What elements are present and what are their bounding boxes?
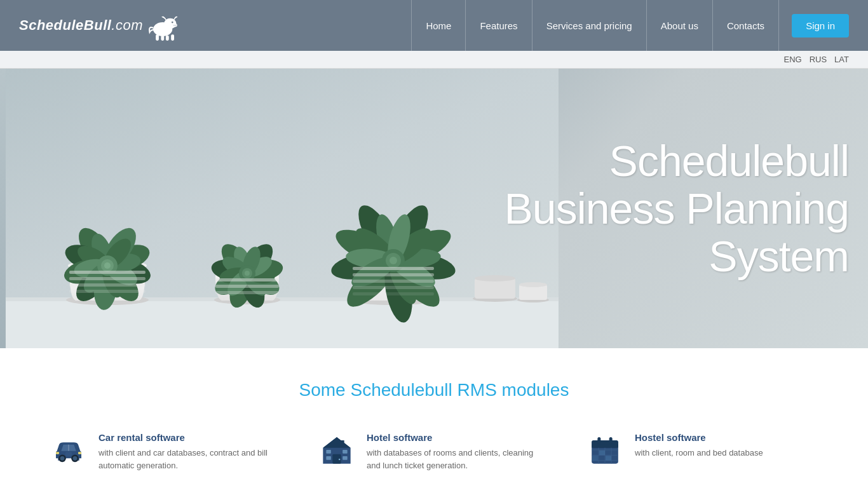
svg-rect-86	[69, 283, 146, 287]
svg-rect-10	[6, 297, 559, 348]
nav-contacts[interactable]: Contacts	[712, 0, 779, 51]
module-hotel: Hotel software with databases of rooms a…	[319, 432, 549, 471]
svg-rect-84	[69, 271, 146, 274]
hotel-info: Hotel software with databases of rooms a…	[367, 432, 549, 471]
svg-rect-107	[56, 452, 59, 454]
hero-title-line2: Business Planning	[505, 185, 849, 233]
hero-title-line3: System	[505, 232, 849, 280]
svg-marker-111	[323, 437, 350, 448]
nav-features[interactable]: Features	[465, 0, 531, 51]
svg-rect-3	[161, 35, 164, 40]
svg-point-7	[173, 24, 177, 27]
svg-rect-85	[69, 277, 146, 280]
svg-rect-115	[326, 456, 331, 460]
car-rental-desc: with client and car databases, contract …	[98, 447, 281, 471]
logo-text: ScheduleBull.com	[19, 17, 143, 34]
svg-rect-88	[215, 278, 279, 281]
lang-rus[interactable]: RUS	[810, 55, 827, 64]
svg-rect-122	[597, 437, 600, 444]
hero-section: Schedulebull Business Planning System	[0, 69, 868, 348]
svg-rect-108	[78, 452, 81, 454]
svg-rect-94	[353, 286, 434, 289]
svg-rect-4	[166, 35, 169, 40]
svg-rect-87	[69, 290, 146, 293]
header: ScheduleBull.com	[0, 0, 868, 51]
nav-services-pricing[interactable]: Services and pricing	[532, 0, 646, 51]
svg-point-9	[175, 25, 176, 25]
svg-point-104	[60, 456, 64, 461]
modules-section: Some Schedulebull RMS modules	[0, 348, 868, 488]
module-car-rental: Car rental software with client and car …	[51, 432, 281, 471]
svg-rect-116	[342, 456, 348, 460]
hotel-name: Hotel software	[367, 432, 549, 443]
lang-eng[interactable]: ENG	[783, 55, 801, 64]
svg-point-83	[390, 257, 397, 264]
svg-rect-89	[215, 285, 279, 288]
hero-text-block: Schedulebull Business Planning System	[505, 137, 849, 280]
svg-point-106	[72, 456, 77, 461]
svg-rect-95	[353, 292, 434, 295]
hostel-name: Hostel software	[635, 432, 763, 443]
svg-rect-118	[341, 440, 344, 445]
svg-rect-132	[592, 456, 598, 461]
svg-rect-93	[353, 280, 434, 283]
modules-grid: Car rental software with client and car …	[51, 432, 817, 471]
signin-button[interactable]: Sign in	[792, 14, 849, 37]
svg-rect-114	[342, 450, 348, 454]
car-rental-info: Car rental software with client and car …	[98, 432, 281, 471]
car-rental-icon	[51, 432, 86, 467]
modules-section-title: Some Schedulebull RMS modules	[51, 380, 817, 400]
car-icon	[53, 434, 85, 466]
svg-rect-5	[171, 34, 174, 41]
hero-title-line1: Schedulebull	[505, 137, 849, 185]
logo[interactable]: ScheduleBull.com	[19, 8, 181, 43]
svg-rect-130	[599, 450, 604, 455]
hero-title: Schedulebull Business Planning System	[505, 137, 849, 280]
hostel-info: Hostel software with client, room and be…	[635, 432, 763, 459]
svg-point-8	[173, 25, 174, 25]
svg-point-117	[338, 458, 340, 460]
svg-point-101	[519, 282, 547, 287]
hotel-icon	[319, 432, 354, 467]
hostel-desc: with client, room and bed database	[635, 447, 763, 459]
svg-rect-92	[353, 273, 434, 276]
logo-domain: .com	[111, 17, 143, 33]
car-rental-name: Car rental software	[98, 432, 281, 443]
language-bar: ENG RUS LAT	[0, 51, 868, 69]
hotel-desc: with databases of rooms and clients, cle…	[367, 447, 549, 471]
svg-rect-131	[605, 456, 611, 461]
nav-about-us[interactable]: About us	[646, 0, 712, 51]
svg-rect-123	[609, 437, 612, 444]
hero-plants-illustration	[0, 69, 564, 348]
logo-text-schedulebull: ScheduleBull	[19, 17, 111, 33]
svg-point-58	[245, 271, 250, 276]
lang-lat[interactable]: LAT	[834, 55, 849, 64]
hostel-calendar-icon	[589, 434, 621, 466]
svg-rect-109	[65, 452, 72, 456]
svg-rect-90	[215, 291, 279, 294]
svg-rect-91	[353, 267, 434, 270]
hotel-building-icon	[321, 434, 353, 466]
svg-rect-121	[592, 444, 618, 447]
hostel-icon	[587, 432, 622, 467]
svg-rect-2	[156, 34, 159, 41]
svg-rect-113	[326, 450, 331, 454]
svg-point-6	[172, 21, 173, 23]
main-nav: Home Features Services and pricing About…	[411, 0, 849, 51]
nav-home[interactable]: Home	[411, 0, 465, 51]
logo-bull-icon	[146, 8, 181, 43]
svg-point-35	[104, 262, 111, 269]
module-hostel: Hostel software with client, room and be…	[587, 432, 817, 471]
